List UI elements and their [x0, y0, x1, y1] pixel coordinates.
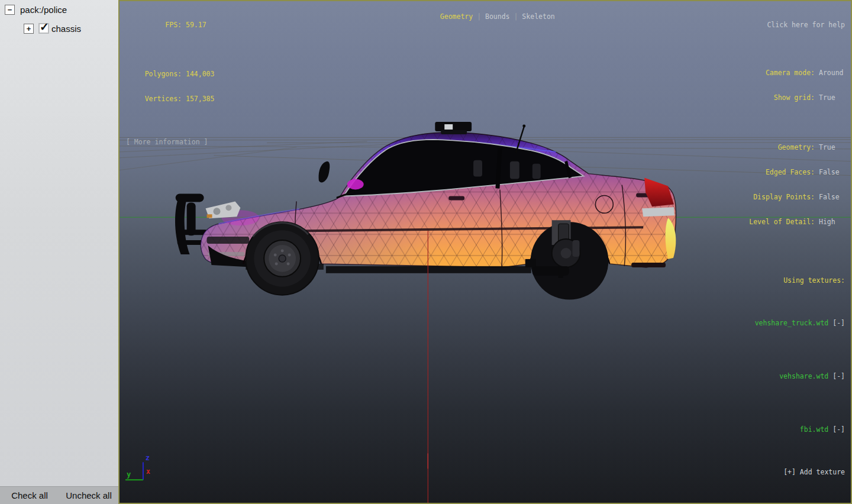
axis-x-label: x	[146, 467, 150, 476]
model-tree-sidebar: − pack:/police + ✓ chassis	[0, 0, 118, 486]
more-information-link[interactable]: [ More information ]	[126, 138, 220, 146]
tree-node-label[interactable]: pack:/police	[20, 5, 67, 15]
tab-separator	[481, 12, 485, 21]
collapse-expander-icon[interactable]: −	[5, 5, 15, 15]
checkmark-icon: ✓	[40, 20, 49, 34]
vertices-value: 157,385	[186, 95, 220, 103]
camera-mode-label: Camera mode:	[715, 69, 815, 77]
texture-row: vehshare.wtd [-]	[722, 360, 845, 392]
texture-name: vehshare.wtd	[779, 372, 828, 380]
tree-node-label[interactable]: chassis	[51, 24, 81, 34]
axis-z-label: z	[146, 454, 150, 462]
viewport-3d[interactable]: z x y FPS: 59.17 Polygons: 144,003 Verti…	[118, 0, 852, 504]
textures-panel: Using textures: vehshare_truck.wtd [-] v…	[722, 254, 845, 499]
tab-geometry[interactable]: Geometry	[440, 12, 473, 21]
viewer-settings-panel: Click here for help Camera mode: Around …	[715, 4, 845, 243]
display-points-label: Display Points:	[715, 193, 815, 201]
add-texture-button[interactable]: [+] Add texture	[722, 467, 845, 477]
tab-skeleton[interactable]: Skeleton	[522, 12, 554, 21]
edged-faces-value[interactable]: False	[819, 168, 845, 176]
polygons-label: Polygons:	[124, 70, 182, 78]
front-wheel	[246, 222, 319, 295]
display-points-value[interactable]: False	[819, 193, 845, 201]
remove-texture-button[interactable]: [-]	[832, 425, 845, 434]
texture-name: fbi.wtd	[800, 425, 828, 434]
geometry-toggle-label: Geometry:	[715, 143, 815, 151]
show-grid-value[interactable]: True	[819, 93, 845, 102]
level-of-detail-label: Level of Detail:	[715, 218, 815, 226]
remove-texture-button[interactable]: [-]	[832, 319, 845, 327]
using-textures-title: Using textures:	[722, 275, 845, 286]
uncheck-all-button[interactable]: Uncheck all	[59, 487, 118, 504]
remove-texture-button[interactable]: [-]	[832, 372, 845, 380]
vertices-label: Vertices:	[124, 95, 182, 103]
check-all-button[interactable]: Check all	[0, 487, 59, 504]
edged-faces-label: Edged Faces:	[715, 168, 815, 176]
show-grid-label: Show grid:	[715, 93, 815, 102]
expand-expander-icon[interactable]: +	[24, 24, 34, 34]
geometry-toggle-value[interactable]: True	[819, 143, 845, 151]
texture-row: vehshare_truck.wtd [-]	[722, 307, 845, 339]
texture-row: fbi.wtd [-]	[722, 413, 845, 445]
model-viewer-app: − pack:/police + ✓ chassis Check all Unc…	[0, 0, 852, 504]
tree-node-chassis[interactable]: + ✓ chassis	[24, 23, 81, 34]
axis-gizmo: z x y	[125, 454, 150, 480]
axis-y-label: y	[127, 470, 131, 479]
tree-node-pack-police[interactable]: − pack:/police	[5, 5, 67, 15]
tab-bounds[interactable]: Bounds	[485, 12, 510, 21]
polygons-value: 144,003	[186, 70, 220, 78]
texture-name: vehshare_truck.wtd	[755, 319, 829, 327]
car-model-3d	[175, 122, 680, 300]
level-of-detail-value[interactable]: High	[819, 218, 845, 226]
camera-mode-value[interactable]: Around	[819, 69, 845, 77]
chassis-visibility-checkbox[interactable]: ✓	[38, 23, 49, 34]
tree-actions-bar: Check all Uncheck all	[0, 486, 118, 504]
help-link[interactable]: Click here for help	[715, 21, 845, 29]
